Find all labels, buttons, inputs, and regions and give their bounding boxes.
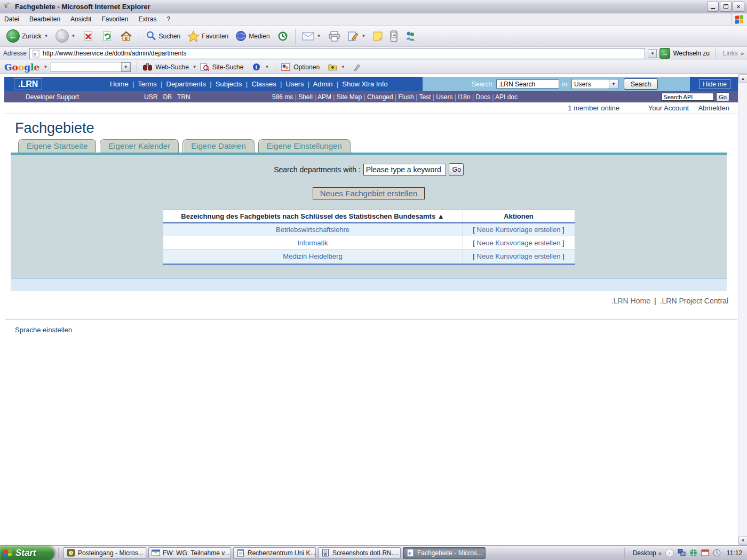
set-language-link[interactable]: Sprache einstellen	[15, 326, 72, 334]
tray-clock-icon[interactable]	[713, 549, 721, 557]
department-link[interactable]: Betriebswirtschaftslehre	[276, 226, 349, 234]
your-account-link[interactable]: Your Account	[648, 104, 689, 112]
start-button[interactable]: Start	[0, 546, 54, 560]
lrn-logo[interactable]: .LRN	[14, 78, 42, 90]
page-info-dropdown-icon[interactable]: ▼	[265, 65, 269, 69]
tray-handle[interactable]	[623, 548, 626, 558]
department-search-go-button[interactable]: Go	[449, 163, 464, 176]
sort-ascending-icon[interactable]: ▲	[438, 212, 444, 220]
folder-dropdown-icon[interactable]: ▼	[341, 65, 345, 69]
google-search-input[interactable]: ▼	[51, 62, 131, 72]
folder-up-icon[interactable]	[328, 63, 337, 71]
maximize-button[interactable]	[720, 2, 732, 12]
nav-subjects[interactable]: Subjects	[206, 80, 242, 88]
tray-app-icon[interactable]	[701, 549, 709, 557]
address-dropdown-icon[interactable]: ▼	[648, 49, 657, 58]
tray-globe-icon[interactable]	[689, 549, 697, 557]
tab-eigene-dateien[interactable]: Eigene Dateien	[182, 139, 255, 153]
search-api-input[interactable]	[662, 93, 714, 101]
department-link[interactable]: Informatik	[297, 239, 328, 247]
highlighter-icon[interactable]	[353, 63, 362, 71]
page-info-icon[interactable]: i	[252, 63, 261, 71]
discuss-button[interactable]	[369, 29, 386, 43]
google-logo[interactable]: Google	[4, 62, 39, 73]
scroll-up-icon[interactable]: ▲	[738, 74, 747, 83]
dev-link-test[interactable]: Test	[414, 93, 431, 101]
dev-link-flush[interactable]: Flush	[393, 93, 414, 101]
search-button[interactable]: Suchen	[142, 29, 184, 43]
tray-network-icon[interactable]	[678, 549, 686, 557]
taskbar-item-word-document[interactable]: W Screenshots dotLRN....	[318, 547, 401, 559]
google-input-dropdown-icon[interactable]: ▼	[121, 62, 130, 71]
scroll-down-icon[interactable]: ▼	[738, 536, 747, 545]
nav-admin[interactable]: Admin	[304, 80, 332, 88]
dev-link-apidoc[interactable]: API doc	[490, 93, 518, 101]
dev-link-docs[interactable]: Docs	[471, 93, 490, 101]
taskbar-item-outlook-inbox[interactable]: Posteingang - Micros...	[63, 547, 146, 559]
minimize-button[interactable]	[707, 2, 719, 12]
options-button[interactable]: Optionen	[293, 63, 320, 71]
hide-tray-icons-button[interactable]: ‹	[665, 549, 674, 557]
links-chevron-icon[interactable]: »	[741, 50, 744, 57]
address-input[interactable]: e http://www.theservice.de/dotlrn/admin/…	[29, 48, 645, 59]
create-template-link[interactable]: Neue Kursvorlage erstellen	[477, 252, 561, 260]
nav-classes[interactable]: Classes	[242, 80, 276, 88]
select-dropdown-icon[interactable]: ▼	[609, 79, 618, 89]
nav-terms[interactable]: Terms	[129, 80, 157, 88]
mail-dropdown-icon[interactable]: ▼	[317, 34, 321, 38]
create-template-link[interactable]: Neue Kursvorlage erstellen	[477, 239, 561, 247]
refresh-button[interactable]	[98, 29, 116, 44]
back-button[interactable]: ← Zurück▼	[3, 28, 52, 44]
department-link[interactable]: Medizin Heidelberg	[283, 252, 342, 260]
menu-help[interactable]: ?	[166, 15, 170, 23]
lrn-search-submit-button[interactable]: Search	[624, 78, 658, 90]
messenger-button[interactable]	[401, 29, 419, 43]
tab-eigene-einstellungen[interactable]: Eigene Einstellungen	[258, 139, 351, 153]
vertical-scrollbar[interactable]: ▲ ▼	[738, 74, 747, 545]
create-department-button[interactable]: Neues Fachgebiet erstellen	[313, 187, 425, 199]
print-button[interactable]	[325, 29, 344, 43]
dev-link-ms[interactable]: 586 ms	[272, 93, 293, 101]
taskbar-item-mail-message[interactable]: FW: WG: Teilnahme v...	[148, 547, 231, 559]
department-search-input[interactable]	[363, 164, 446, 175]
lrn-scope-select[interactable]: Users ▼	[571, 79, 618, 89]
search-api-go-button[interactable]: Go	[716, 92, 729, 101]
dev-link-i18n[interactable]: I18n	[453, 93, 471, 101]
nav-users[interactable]: Users	[276, 80, 304, 88]
menu-datei[interactable]: Datei	[4, 15, 19, 23]
go-arrow-icon[interactable]: →	[659, 48, 670, 59]
create-template-link[interactable]: Neue Kursvorlage erstellen	[477, 226, 561, 234]
edit-button[interactable]: ▼	[344, 29, 369, 43]
sort-by-name-link[interactable]: Bezeichnung des Fachgebiets nach Schlüss…	[181, 212, 435, 220]
nav-departments[interactable]: Departments	[157, 80, 206, 88]
menu-ansicht[interactable]: Ansicht	[70, 15, 91, 23]
home-button[interactable]	[117, 29, 136, 44]
menu-extras[interactable]: Extras	[138, 15, 156, 23]
desktop-toolbar-label[interactable]: Desktop	[633, 549, 656, 557]
forward-button[interactable]: → ▼	[52, 28, 79, 44]
hide-me-link[interactable]: Hide me	[699, 79, 730, 89]
site-search-button[interactable]: Site-Suche	[212, 63, 244, 71]
google-dropdown-icon[interactable]: ▼	[43, 65, 47, 69]
menu-favoriten[interactable]: Favoriten	[101, 15, 128, 23]
media-button[interactable]: Medien	[232, 29, 273, 43]
forward-dropdown-icon[interactable]: ▼	[71, 34, 76, 38]
edit-dropdown-icon[interactable]: ▼	[362, 34, 366, 38]
history-button[interactable]	[274, 29, 292, 44]
dev-link-sitemap[interactable]: Site Map	[331, 93, 362, 101]
mail-button[interactable]: ▼	[299, 30, 324, 43]
web-search-dropdown-icon[interactable]: ▼	[193, 65, 197, 69]
dev-link-changed[interactable]: Changed	[362, 93, 393, 101]
go-button-label[interactable]: Wechseln zu	[673, 50, 709, 57]
lrn-project-central-link[interactable]: .LRN Project Central	[660, 297, 728, 305]
tab-eigener-kalender[interactable]: Eigener Kalender	[100, 139, 179, 153]
web-search-button[interactable]: Web-Suche	[155, 63, 188, 71]
dev-link-apm[interactable]: APM	[313, 93, 331, 101]
menu-bearbeiten[interactable]: Bearbeiten	[29, 15, 60, 23]
taskbar-handle[interactable]	[58, 548, 60, 558]
taskbar-item-active-ie[interactable]: e Fachgebiete - Micros...	[403, 547, 486, 559]
nav-show-xtra-info[interactable]: Show Xtra Info	[332, 80, 387, 88]
dev-link-shell[interactable]: Shell	[293, 93, 312, 101]
taskbar-item-document[interactable]: Rechenzentrum Uni K...	[233, 547, 316, 559]
back-dropdown-icon[interactable]: ▼	[44, 34, 49, 38]
